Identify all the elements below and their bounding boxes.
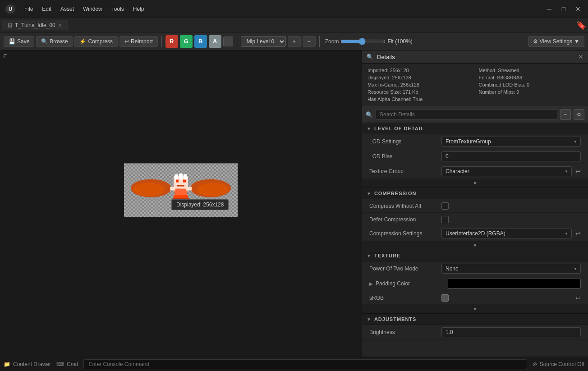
tab-close-button[interactable]: ✕ bbox=[58, 23, 62, 28]
cmd-button[interactable]: ⌨ Cmd bbox=[56, 361, 78, 367]
content-drawer-icon: 📁 bbox=[4, 361, 10, 367]
texture-section-header[interactable]: ▼ TEXTURE bbox=[362, 250, 588, 261]
srgb-checkbox[interactable] bbox=[441, 294, 449, 302]
brightness-row: Brightness bbox=[362, 325, 588, 340]
compression-expand-row[interactable]: ▼ bbox=[362, 241, 588, 250]
view-settings-label: View Settings bbox=[540, 38, 573, 45]
svg-point-5 bbox=[197, 183, 229, 196]
texture-group-label: Texture Group bbox=[369, 168, 441, 174]
svg-rect-9 bbox=[179, 173, 183, 179]
texture-chevron-icon: ▼ bbox=[367, 253, 372, 258]
mip-level-select[interactable]: Mip Level 0 Mip Level 1 Mip Level 2 bbox=[241, 36, 286, 47]
details-title: Details bbox=[377, 54, 395, 60]
menu-tools[interactable]: Tools bbox=[108, 4, 128, 14]
toolbar: 💾 Save 🔍 Browse ⚡ Compress ↩ Reimport R … bbox=[0, 32, 588, 50]
save-button[interactable]: 💾 Save bbox=[4, 36, 34, 47]
texture-group-row: Texture Group Character World UI ↩ bbox=[362, 164, 588, 179]
padding-color-value bbox=[448, 279, 581, 289]
srgb-reset-button[interactable]: ↩ bbox=[575, 294, 581, 302]
reimport-icon: ↩ bbox=[124, 38, 129, 45]
reimport-button[interactable]: ↩ Reimport bbox=[119, 36, 158, 47]
power-of-two-select[interactable]: None PadToPowerOfTwo PadToSquarePowerOfT… bbox=[441, 264, 581, 274]
zoom-slider[interactable] bbox=[340, 38, 386, 45]
lod-section-header[interactable]: ▼ LEVEL OF DETAIL bbox=[362, 123, 588, 134]
svg-rect-18 bbox=[170, 187, 175, 190]
adjustments-chevron-icon: ▼ bbox=[367, 317, 372, 322]
info-format: Format: B8G8R8A8 bbox=[479, 74, 583, 81]
padding-color-label: Padding Color bbox=[376, 280, 448, 287]
lod-bias-label: LOD Bias bbox=[369, 153, 441, 160]
view-settings-button[interactable]: ⚙ View Settings ▼ bbox=[528, 36, 584, 47]
menu-bar: File Edit Asset Window Tools Help bbox=[21, 4, 543, 14]
channel-g-button[interactable]: G bbox=[180, 35, 193, 48]
lod-bias-input[interactable] bbox=[441, 151, 581, 161]
svg-rect-13 bbox=[177, 185, 184, 186]
details-content[interactable]: ▼ LEVEL OF DETAIL LOD Settings FromTextu… bbox=[362, 123, 588, 357]
asset-tab[interactable]: 🖼 T_Tuina_Idle_00 ✕ bbox=[2, 20, 68, 30]
info-num-mips: Number of Mips: 9 bbox=[479, 89, 583, 95]
window-controls: ─ □ ✕ bbox=[543, 3, 584, 15]
cmd-icon: ⌨ bbox=[56, 361, 64, 367]
lod-expand-row[interactable]: ▼ bbox=[362, 179, 588, 188]
svg-rect-14 bbox=[174, 195, 188, 197]
compression-section-header[interactable]: ▼ COMPRESSION bbox=[362, 188, 588, 199]
texture-expand-row[interactable]: ▼ bbox=[362, 305, 588, 314]
search-details-input[interactable] bbox=[376, 109, 557, 120]
settings-filter-button[interactable]: ⚙ bbox=[574, 109, 584, 120]
console-input[interactable] bbox=[83, 359, 527, 369]
compression-section-label: COMPRESSION bbox=[374, 191, 417, 196]
content-drawer-button[interactable]: 📁 Content Drawer bbox=[4, 361, 51, 367]
divider-2 bbox=[237, 36, 237, 47]
details-close-button[interactable]: ✕ bbox=[578, 53, 583, 60]
adjustments-section-header[interactable]: ▼ ADJUSTMENTS bbox=[362, 314, 588, 325]
texture-group-select[interactable]: Character World UI bbox=[441, 166, 572, 176]
compression-settings-reset-button[interactable]: ↩ bbox=[575, 230, 581, 237]
info-imported: Imported: 256x128 bbox=[368, 67, 472, 73]
source-control-icon: ⊘ bbox=[533, 361, 537, 367]
menu-file[interactable]: File bbox=[21, 4, 37, 14]
lod-settings-label: LOD Settings bbox=[369, 138, 441, 145]
browse-button[interactable]: 🔍 Browse bbox=[36, 36, 73, 47]
viewport[interactable]: Displayed: 256x128 bbox=[0, 50, 362, 357]
channel-a-button[interactable]: A bbox=[209, 35, 221, 48]
lod-settings-select[interactable]: FromTextureGroup World UI bbox=[441, 137, 581, 147]
view-settings-chevron: ▼ bbox=[574, 38, 579, 45]
power-of-two-row: Power Of Two Mode None PadToPowerOfTwo P… bbox=[362, 261, 588, 276]
compress-without-all-checkbox[interactable] bbox=[441, 202, 449, 210]
compress-without-all-label: Compress Without All bbox=[369, 203, 441, 209]
maximize-button[interactable]: □ bbox=[557, 3, 570, 15]
compression-settings-select[interactable]: UserInterface2D (RGBA) Default (DXT1/5) … bbox=[441, 229, 572, 238]
details-info: Imported: 256x128 Method: Streamed Displ… bbox=[362, 64, 588, 106]
texture-group-reset-button[interactable]: ↩ bbox=[575, 168, 581, 175]
viewport-corner bbox=[4, 54, 7, 58]
tooltip-text: Displayed: 256x128 bbox=[176, 202, 224, 208]
padding-color-expand-icon[interactable]: ▶ bbox=[369, 281, 373, 286]
defer-compression-checkbox[interactable] bbox=[441, 216, 449, 223]
info-max-in-game: Max In-Game: 256x128 bbox=[368, 82, 472, 88]
content-drawer-label: Content Drawer bbox=[13, 361, 51, 367]
compress-button[interactable]: ⚡ Compress bbox=[74, 36, 118, 47]
tab-label: T_Tuina_Idle_00 bbox=[15, 22, 55, 28]
power-of-two-wrapper: None PadToPowerOfTwo PadToSquarePowerOfT… bbox=[441, 264, 581, 274]
power-of-two-label: Power Of Two Mode bbox=[369, 266, 441, 272]
svg-rect-12 bbox=[183, 179, 186, 182]
menu-help[interactable]: Help bbox=[129, 4, 148, 14]
search-bar: 🔍 ☰ ⚙ bbox=[362, 106, 588, 123]
menu-asset[interactable]: Asset bbox=[57, 4, 78, 14]
padding-color-swatch[interactable] bbox=[448, 279, 581, 289]
tab-bar: 🖼 T_Tuina_Idle_00 ✕ 🔖 bbox=[0, 18, 588, 32]
channel-b-button[interactable]: B bbox=[194, 35, 207, 48]
add-mip-button[interactable]: + bbox=[288, 36, 301, 47]
menu-edit[interactable]: Edit bbox=[38, 4, 55, 14]
view-columns-button[interactable]: ☰ bbox=[560, 109, 571, 120]
close-button[interactable]: ✕ bbox=[572, 3, 584, 15]
compress-icon: ⚡ bbox=[79, 38, 86, 45]
remove-mip-button[interactable]: − bbox=[303, 36, 316, 47]
channel-r-button[interactable]: R bbox=[165, 35, 178, 48]
defer-compression-row: Defer Compression bbox=[362, 213, 588, 226]
source-control-button[interactable]: ⊘ Source Control Off bbox=[533, 361, 584, 367]
svg-rect-8 bbox=[175, 174, 178, 179]
menu-window[interactable]: Window bbox=[79, 4, 106, 14]
brightness-input[interactable] bbox=[441, 327, 581, 337]
minimize-button[interactable]: ─ bbox=[543, 3, 556, 15]
